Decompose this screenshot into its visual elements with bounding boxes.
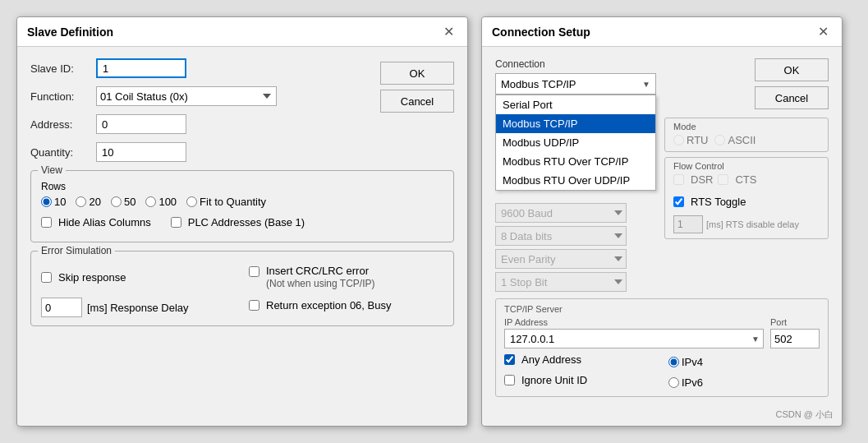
row-100-radio[interactable] bbox=[145, 196, 156, 207]
rts-delay-input bbox=[673, 215, 703, 233]
rts-toggle-checkbox[interactable] bbox=[673, 196, 684, 207]
connection-dropdown[interactable]: Modbus TCP/IP ▼ bbox=[495, 73, 656, 95]
row-20-option[interactable]: 20 bbox=[76, 196, 100, 208]
ip-address-label: IP Address bbox=[504, 317, 764, 327]
any-address-label: Any Address bbox=[521, 353, 581, 366]
tcp-legend: TCP/IP Server bbox=[504, 304, 820, 314]
address-label: Address: bbox=[30, 118, 90, 131]
row-fit-label: Fit to Quantity bbox=[200, 196, 266, 208]
row-10-label: 10 bbox=[54, 196, 66, 208]
return-exception-option[interactable]: Return exception 06, Busy bbox=[249, 298, 443, 312]
rtu-option[interactable]: RTU bbox=[673, 134, 708, 146]
slave-dialog-close-button[interactable]: ✕ bbox=[440, 24, 457, 39]
slave-dialog-title-text: Slave Definition bbox=[27, 25, 113, 39]
serial-settings: 9600 Baud 8 Data bits Even Parity 1 Stop… bbox=[495, 203, 656, 292]
ipv4-radio[interactable] bbox=[668, 357, 679, 367]
row-fit-option[interactable]: Fit to Quantity bbox=[186, 196, 266, 208]
flow-legend: Flow Control bbox=[673, 161, 820, 171]
dsr-label: DSR bbox=[691, 173, 713, 186]
rts-toggle-option[interactable]: RTS Toggle bbox=[673, 196, 746, 208]
port-input[interactable] bbox=[770, 329, 820, 348]
any-address-checkbox[interactable] bbox=[504, 354, 515, 365]
row-100-option[interactable]: 100 bbox=[145, 196, 177, 208]
ipv6-label: IPv6 bbox=[682, 376, 703, 389]
view-section: View Rows 10 20 50 bbox=[30, 170, 454, 242]
slave-ok-button[interactable]: OK bbox=[380, 62, 454, 85]
ipv6-radio[interactable] bbox=[668, 377, 679, 388]
row-10-option[interactable]: 10 bbox=[41, 196, 66, 208]
tcp-ip-server-section: TCP/IP Server IP Address ▼ Port Any bbox=[495, 298, 829, 397]
ipv4-label: IPv4 bbox=[682, 356, 703, 368]
stop-bit-select: 1 Stop Bit bbox=[495, 272, 627, 292]
ipv4-option[interactable]: IPv4 bbox=[668, 353, 820, 371]
response-delay-label: [ms] Response Delay bbox=[87, 302, 189, 314]
return-exception-label: Return exception 06, Busy bbox=[266, 299, 391, 311]
insert-crc-checkbox[interactable] bbox=[249, 266, 259, 277]
insert-crc-option[interactable]: Insert CRC/LRC error (Not when using TCP… bbox=[249, 265, 443, 289]
dsr-checkbox bbox=[673, 174, 684, 185]
chevron-down-icon: ▼ bbox=[642, 80, 650, 89]
dropdown-option-modbus-udp[interactable]: Modbus UDP/IP bbox=[496, 133, 655, 152]
row-50-radio[interactable] bbox=[111, 196, 122, 207]
dropdown-option-modbus-rtu-tcp[interactable]: Modbus RTU Over TCP/IP bbox=[496, 152, 655, 171]
ip-address-wrapper: ▼ bbox=[504, 329, 764, 348]
function-select[interactable]: 01 Coil Status (0x) 02 Discrete Input (0… bbox=[96, 86, 277, 106]
skip-response-option[interactable]: Skip response bbox=[41, 265, 236, 289]
connection-setup-dialog: Connection Setup ✕ Connection Modbus TCP… bbox=[481, 16, 843, 427]
quantity-input[interactable] bbox=[96, 142, 186, 162]
cts-option[interactable]: CTS bbox=[718, 173, 756, 186]
skip-response-checkbox[interactable] bbox=[41, 272, 52, 283]
ignore-unit-id-label: Ignore Unit ID bbox=[521, 374, 587, 386]
slave-dialog-title: Slave Definition ✕ bbox=[17, 17, 467, 47]
skip-response-label: Skip response bbox=[58, 271, 126, 284]
row-100-label: 100 bbox=[158, 196, 177, 208]
dropdown-option-modbus-tcp[interactable]: Modbus TCP/IP bbox=[496, 114, 655, 133]
ip-address-input[interactable] bbox=[510, 333, 751, 345]
insert-crc-label: Insert CRC/LRC error bbox=[266, 265, 369, 277]
address-input[interactable] bbox=[96, 114, 186, 134]
quantity-label: Quantity: bbox=[30, 146, 90, 159]
row-50-option[interactable]: 50 bbox=[111, 196, 135, 208]
cts-checkbox bbox=[718, 174, 728, 185]
rts-toggle-label: RTS Toggle bbox=[691, 196, 746, 208]
plc-addresses-checkbox[interactable] bbox=[171, 217, 181, 228]
response-delay-input[interactable] bbox=[41, 298, 82, 317]
slave-cancel-button[interactable]: Cancel bbox=[380, 90, 454, 113]
data-bits-select: 8 Data bits bbox=[495, 226, 627, 246]
conn-dialog-title-text: Connection Setup bbox=[492, 25, 590, 39]
watermark: CSDN @ 小白 bbox=[776, 408, 834, 421]
row-fit-radio[interactable] bbox=[186, 196, 197, 207]
mode-legend: Mode bbox=[673, 122, 820, 132]
ascii-option[interactable]: ASCII bbox=[714, 134, 755, 146]
ignore-unit-id-checkbox[interactable] bbox=[504, 375, 515, 385]
hide-alias-label: Hide Alias Columns bbox=[58, 216, 151, 228]
hide-alias-checkbox[interactable] bbox=[41, 217, 52, 228]
parity-select: Even Parity bbox=[495, 249, 627, 269]
flow-control-section: Flow Control DSR CTS RTS Toggle bbox=[664, 157, 829, 239]
row-10-radio[interactable] bbox=[41, 196, 52, 207]
slave-id-label: Slave ID: bbox=[30, 62, 90, 75]
conn-ok-button[interactable]: OK bbox=[755, 58, 829, 81]
row-20-label: 20 bbox=[89, 196, 100, 208]
mode-section: Mode RTU ASCII bbox=[664, 118, 829, 152]
row-20-radio[interactable] bbox=[76, 196, 86, 207]
slave-id-input[interactable] bbox=[96, 58, 186, 78]
plc-addresses-option[interactable]: PLC Addresses (Base 1) bbox=[171, 216, 305, 228]
return-exception-checkbox[interactable] bbox=[249, 300, 259, 311]
ascii-radio bbox=[714, 135, 725, 145]
any-address-option[interactable]: Any Address bbox=[504, 353, 655, 366]
conn-cancel-button[interactable]: Cancel bbox=[755, 86, 829, 109]
conn-dialog-title: Connection Setup ✕ bbox=[482, 17, 842, 47]
ignore-unit-id-option[interactable]: Ignore Unit ID bbox=[504, 374, 655, 386]
dsr-option[interactable]: DSR bbox=[673, 173, 713, 186]
ipv6-option[interactable]: IPv6 bbox=[668, 374, 820, 391]
hide-alias-option[interactable]: Hide Alias Columns bbox=[41, 216, 151, 228]
dropdown-option-serial[interactable]: Serial Port bbox=[496, 95, 655, 114]
rts-delay-label: [ms] RTS disable delay bbox=[706, 219, 799, 229]
ip-dropdown-arrow[interactable]: ▼ bbox=[751, 335, 760, 344]
dropdown-option-modbus-rtu-udp[interactable]: Modbus RTU Over UDP/IP bbox=[496, 171, 655, 190]
conn-dialog-close-button[interactable]: ✕ bbox=[815, 24, 832, 39]
insert-crc-note: (Not when using TCP/IP) bbox=[266, 278, 375, 289]
ascii-label: ASCII bbox=[728, 134, 755, 146]
error-simulation-section: Error Simulation Skip response Insert CR… bbox=[30, 251, 454, 326]
